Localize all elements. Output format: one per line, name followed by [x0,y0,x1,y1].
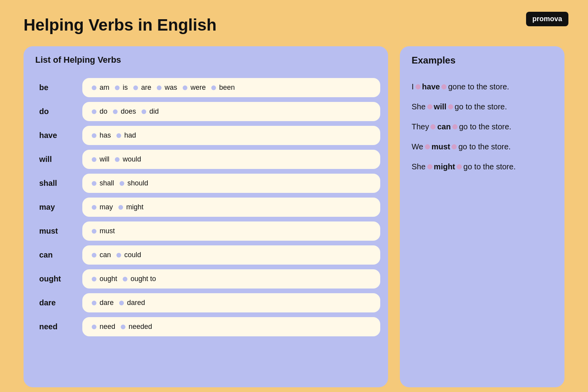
form-word: could [124,251,141,259]
bullet-dot [92,325,96,329]
form-word: need [100,323,115,331]
example-sentence: She will go to the store. [412,102,553,111]
form-word: did [149,107,159,116]
left-panel-header: List of Helping Verbs [24,46,388,74]
bullet-dot [121,325,125,329]
example-verb: might [434,162,455,171]
verb-row: mustmust [31,221,380,241]
form-word: must [100,227,115,235]
verb-row: oughtoughtought to [31,269,380,289]
bullet-dot [92,205,96,210]
example-dot-left [416,84,421,89]
bullet-dot [157,85,162,90]
form-word: does [121,107,136,116]
bullet-dot [92,253,96,258]
verb-row: cancancould [31,245,380,265]
bullet-dot [92,229,96,234]
form-word: will [100,155,109,163]
example-dot-right [452,144,457,149]
left-panel: List of Helping Verbs beamisarewaswerebe… [24,46,388,387]
form-word: may [100,203,113,211]
bullet-dot [211,85,216,90]
example-after: go to the store. [458,142,510,151]
example-after: gone to the store. [448,82,509,91]
example-dot-left [427,164,432,169]
verb-label: shall [31,173,82,193]
verb-row: maymaymight [31,197,380,217]
example-after: go to the store. [455,102,507,111]
verb-row: beamisarewaswerebeen [31,78,380,98]
examples-list: I have gone to the store.She will go to … [400,74,564,179]
example-verb: must [432,142,450,151]
verb-forms: shallshould [82,174,380,193]
verb-label: need [31,317,82,337]
form-word: was [165,83,177,92]
verb-label: ought [31,269,82,289]
verb-label: must [31,221,82,241]
bullet-dot [118,205,123,210]
verb-rows: beamisarewaswerebeendododoesdidhavehasha… [24,74,388,345]
bullet-dot [133,85,138,90]
verb-forms: willwould [82,150,380,169]
example-verb: can [437,122,450,131]
example-dot-left [427,104,432,109]
example-before: I [412,82,414,91]
main-content: List of Helping Verbs beamisarewaswerebe… [0,46,588,387]
example-sentence: I have gone to the store. [412,82,553,91]
bullet-dot [92,277,96,281]
verb-forms: hashad [82,126,380,145]
right-panel-header: Examples [400,46,564,74]
bullet-dot [183,85,187,90]
bullet-dot [142,109,146,114]
bullet-dot [92,157,96,162]
bullet-dot [116,133,121,138]
example-sentence: They can go to the store. [412,122,553,131]
form-word: had [124,131,136,140]
form-word: ought [100,275,117,283]
verb-label: do [31,102,82,122]
verb-forms: cancould [82,245,380,265]
form-word: dare [100,299,114,307]
form-word: has [100,131,111,140]
form-word: were [191,83,206,92]
example-dot-right [452,124,457,129]
right-panel: Examples I have gone to the store.She wi… [400,46,564,387]
verb-forms: oughtought to [82,269,380,289]
example-before: She [412,102,426,111]
bullet-dot [116,253,121,258]
verb-row: dododoesdid [31,102,380,122]
example-dot-left [425,144,430,149]
bullet-dot [92,85,96,90]
form-word: do [100,107,107,116]
brand-logo: promova [526,12,568,26]
form-word: shall [100,179,114,187]
verb-row: willwillwould [31,149,380,169]
form-word: might [126,203,143,211]
verb-label: be [31,78,82,98]
form-word: can [100,251,111,259]
example-before: We [412,142,423,151]
bullet-dot [113,109,118,114]
verb-row: havehashad [31,125,380,145]
verb-row: daredaredared [31,293,380,313]
verb-label: will [31,149,82,169]
bullet-dot [92,133,96,138]
form-word: is [123,83,128,92]
example-sentence: We must go to the store. [412,142,553,151]
form-word: ought to [131,275,156,283]
example-dot-right [448,104,453,109]
bullet-dot [119,301,124,305]
page-title: Helping Verbs in English [0,0,588,46]
example-dot-right [441,84,446,89]
bullet-dot [115,157,120,162]
example-sentence: She might go to the store. [412,162,553,171]
bullet-dot [92,109,96,114]
form-word: would [123,155,141,163]
bullet-dot [115,85,120,90]
example-after: go to the store. [463,162,515,171]
example-verb: have [422,82,440,91]
verb-forms: maymight [82,198,380,217]
form-word: needed [129,323,152,331]
form-word: been [219,83,235,92]
verb-label: have [31,125,82,145]
